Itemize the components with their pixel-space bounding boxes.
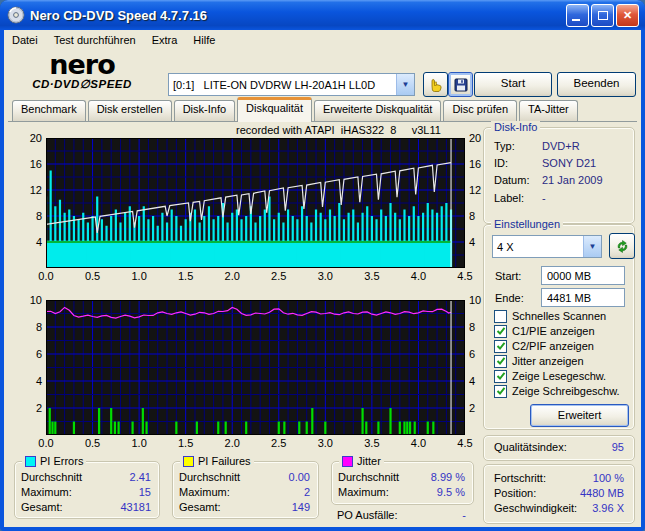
checkbox-c1-pie-anzeigen[interactable]: [494, 325, 507, 338]
checkbox-c2-pif-anzeigen[interactable]: [494, 340, 507, 353]
jitter-legend-swatch: [342, 456, 353, 467]
axis-tick: 3.5: [360, 437, 384, 449]
tab-erweiterte-diskqualitaet[interactable]: Erweiterte Diskqualität: [314, 100, 441, 121]
axis-tick: 2.5: [267, 270, 291, 282]
refresh-button[interactable]: [609, 233, 635, 259]
pi-errors-panel: PI Errors Durchschnitt2.41 Maximum:15 Ge…: [14, 461, 160, 519]
axis-tick: 6: [16, 348, 42, 360]
start-position-input[interactable]: [541, 266, 625, 285]
axis-tick: 0.0: [34, 270, 58, 282]
chevron-down-icon[interactable]: ▼: [583, 236, 601, 257]
axis-tick: 3.0: [313, 270, 337, 282]
tab-ta-jitter[interactable]: TA-Jitter: [519, 100, 578, 121]
tab-disc-pruefen[interactable]: Disc prüfen: [443, 100, 517, 121]
axis-tick: 1.5: [174, 270, 198, 282]
axis-tick: 16: [16, 158, 42, 170]
axis-tick: 0.0: [34, 437, 58, 449]
menu-datei[interactable]: Datei: [4, 32, 46, 48]
axis-tick: 2.0: [220, 437, 244, 449]
menu-hilfe[interactable]: Hilfe: [185, 32, 223, 48]
axis-tick: 2.5: [267, 437, 291, 449]
axis-tick: 10: [16, 294, 42, 306]
end-position-input[interactable]: [541, 288, 625, 307]
start-button[interactable]: Start: [474, 72, 552, 97]
axis-tick: 0.5: [81, 437, 105, 449]
axis-tick: 8: [16, 210, 42, 222]
tab-disk-info[interactable]: Disk-Info: [174, 100, 235, 121]
axis-tick: 3.5: [360, 270, 384, 282]
checkbox-zeige-lesegeschw[interactable]: [494, 370, 507, 383]
tab-strip: Benchmark Disk erstellen Disk-Info Diskq…: [8, 100, 637, 122]
quit-button[interactable]: Beenden: [557, 72, 636, 97]
axis-tick: 12: [16, 184, 42, 196]
pi-failures-panel: PI Failures Durchschnitt0.00 Maximum:2 G…: [172, 461, 319, 519]
axis-tick: 4: [16, 236, 42, 248]
checkbox-jitter-anzeigen[interactable]: [494, 355, 507, 368]
eject-hand-button[interactable]: [423, 72, 448, 97]
save-button[interactable]: [448, 72, 473, 97]
axis-tick: 4.5: [453, 437, 477, 449]
jitter-pif-chart: [46, 300, 465, 435]
drive-select[interactable]: [0:1] LITE-ON DVDRW LH-20A1H LL0D ▼: [168, 73, 415, 96]
axis-tick: 4.0: [406, 437, 430, 449]
pi-errors-chart: [46, 138, 465, 268]
hand-icon: [428, 77, 444, 93]
nero-logo: nero CD·DVD∅SPEED: [24, 51, 140, 91]
chevron-down-icon[interactable]: ▼: [396, 74, 414, 95]
menu-test-durchfuehren[interactable]: Test durchführen: [46, 32, 144, 48]
axis-tick: 1.0: [127, 270, 151, 282]
menu-bar: Datei Test durchführen Extra Hilfe: [4, 30, 641, 49]
axis-tick: 1.5: [174, 437, 198, 449]
axis-tick: 20: [16, 132, 42, 144]
minimize-button[interactable]: [566, 4, 589, 27]
menu-extra[interactable]: Extra: [144, 32, 186, 48]
quality-index-panel: Qualitätsindex:95: [483, 435, 635, 461]
end-position-label: Ende:: [495, 292, 524, 304]
axis-tick: 2: [16, 402, 42, 414]
y-axis-left-bottom: 108642: [16, 294, 42, 439]
checkbox-zeige-schreibgeschw[interactable]: [494, 385, 507, 398]
jitter-panel: Jitter Durchschnitt8.99 % Maximum:9.5 %: [331, 461, 474, 505]
close-button[interactable]: ✕: [616, 4, 639, 27]
po-failures-row: PO Ausfälle: -: [337, 509, 472, 523]
tab-benchmark[interactable]: Benchmark: [12, 100, 86, 121]
disk-info-panel: Disk-Info Typ:DVD+R ID:SONY D21 Datum:21…: [483, 127, 635, 224]
app-disc-icon: [7, 6, 25, 24]
floppy-disk-icon: [454, 78, 468, 92]
title-bar: Nero CD-DVD Speed 4.7.7.16 ✕: [0, 0, 645, 30]
maximize-button[interactable]: [591, 4, 614, 27]
tab-disk-erstellen[interactable]: Disk erstellen: [88, 100, 172, 121]
window-title: Nero CD-DVD Speed 4.7.7.16: [30, 8, 566, 23]
axis-tick: 8: [16, 321, 42, 333]
progress-panel: Fortschritt:100 % Position:4480 MB Gesch…: [483, 464, 635, 524]
axis-tick: 4.5: [453, 270, 477, 282]
advanced-button[interactable]: Erweitert: [530, 404, 629, 427]
axis-tick: 1.0: [127, 437, 151, 449]
pi-errors-legend-swatch: [25, 456, 36, 467]
tab-diskqualitaet[interactable]: Diskqualität: [237, 97, 312, 122]
speed-select[interactable]: 4 X ▼: [492, 235, 602, 258]
axis-tick: 2.0: [220, 270, 244, 282]
x-axis-bottom: 0.00.51.01.52.02.53.03.54.04.5: [46, 437, 466, 450]
axis-tick: 3.0: [313, 437, 337, 449]
axis-tick: 4.0: [406, 270, 430, 282]
pi-failures-legend-swatch: [183, 456, 194, 467]
app-window: Nero CD-DVD Speed 4.7.7.16 ✕ Datei Test …: [0, 0, 645, 531]
axis-tick: 0.5: [81, 270, 105, 282]
y-axis-left-top: 20161284: [16, 132, 42, 272]
axis-tick: 4: [16, 375, 42, 387]
refresh-icon: [615, 239, 630, 254]
chart-note: recorded with ATAPI iHAS322 8 v3L11: [236, 124, 441, 136]
x-axis-top: 0.00.51.01.52.02.53.03.54.04.5: [46, 270, 466, 283]
checkbox-schnelles-scannen[interactable]: [494, 310, 507, 323]
start-position-label: Start:: [495, 270, 521, 282]
settings-panel: Einstellungen 4 X ▼ Start: Ende: Schnell…: [483, 224, 635, 430]
